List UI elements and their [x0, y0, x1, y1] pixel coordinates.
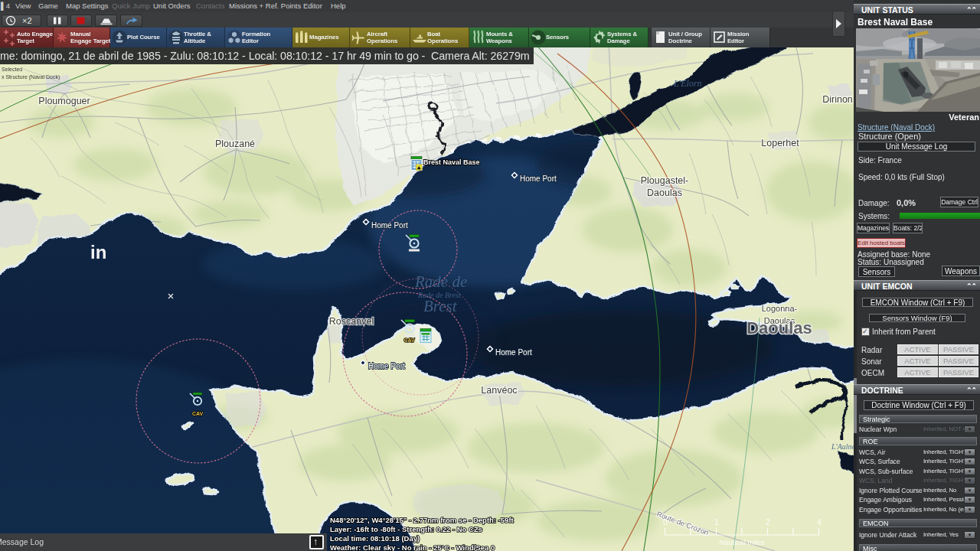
svg-text:Roscanvel: Roscanvel: [329, 316, 374, 327]
svg-text:CAV: CAV: [192, 411, 204, 416]
svg-text:Local time: 08:10:18 (Day): Local time: 08:10:18 (Day): [330, 534, 420, 543]
svg-text:Logonna-: Logonna-: [762, 304, 798, 313]
svg-text:Plouzané: Plouzané: [215, 139, 255, 149]
svg-text:0: 0: [663, 517, 668, 527]
svg-text:Home Port: Home Port: [371, 221, 408, 230]
svg-text:4: 4: [817, 517, 822, 527]
svg-text:Lanvéoc: Lanvéoc: [481, 385, 517, 396]
svg-text:Rade de: Rade de: [414, 272, 467, 291]
svg-text:Layer: -16ft to -80ft - Streng: Layer: -16ft to -80ft - Strength: 0.22 -…: [330, 525, 482, 533]
svg-text:CAV: CAV: [404, 337, 416, 343]
svg-text:Daoulas: Daoulas: [746, 318, 812, 337]
svg-text:Plougastel-: Plougastel-: [641, 175, 689, 186]
svg-text:2: 2: [766, 517, 770, 527]
svg-text:Weather: Clear sky - No rain -: Weather: Clear sky - No rain - 25°C - Wi…: [330, 543, 495, 551]
svg-text:Loperhet: Loperhet: [761, 138, 799, 148]
svg-text:Brest Naval Base: Brest Naval Base: [423, 158, 480, 166]
svg-text:Daoulas: Daoulas: [647, 187, 682, 198]
svg-text:N48°20'12", W4°28'15" - 2.77nm: N48°20'12", W4°28'15" - 2.77nm from se -…: [330, 516, 514, 524]
svg-text:Nautical miles: Nautical miles: [719, 538, 764, 546]
svg-text:Dirinon: Dirinon: [822, 94, 853, 105]
svg-text:L'Elorn: L'Elorn: [673, 78, 702, 89]
svg-text:Brest: Brest: [423, 297, 458, 315]
svg-text:L'Aulne: L'Aulne: [831, 442, 854, 451]
svg-text:Home Port: Home Port: [520, 174, 557, 183]
svg-text:Home Port: Home Port: [368, 362, 405, 370]
svg-text:Ploumoguer: Ploumoguer: [38, 96, 90, 106]
svg-text:in: in: [90, 242, 106, 262]
svg-text:Home Port: Home Port: [495, 348, 532, 357]
svg-text:×2: ×2: [22, 16, 32, 25]
svg-text:1: 1: [714, 517, 719, 527]
